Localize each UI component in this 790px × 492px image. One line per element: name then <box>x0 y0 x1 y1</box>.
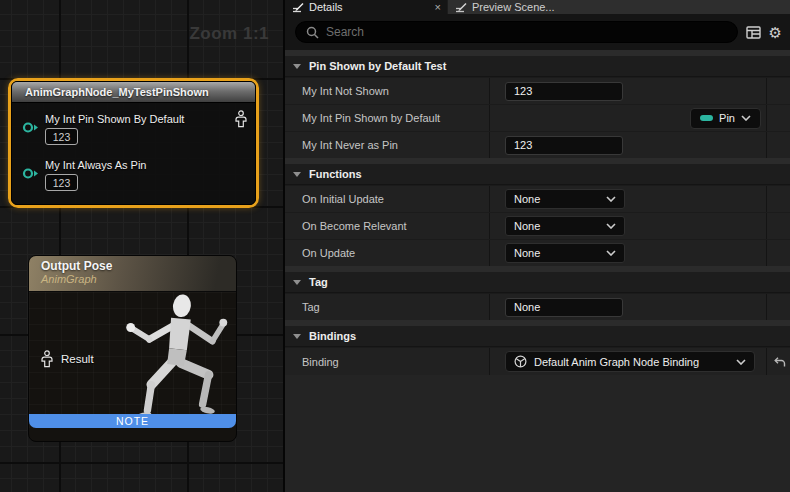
category-functions[interactable]: Functions <box>285 164 790 185</box>
node-header[interactable]: Output Pose AnimGraph <box>29 256 236 292</box>
pin-row: My Int Pin Shown By Default <box>22 113 184 145</box>
pin-label: My Int Pin Shown By Default <box>45 113 184 125</box>
preview-scene-panel-icon <box>455 2 467 13</box>
pin-label: My Int Always As Pin <box>45 159 146 171</box>
pose-output-pin-icon[interactable] <box>234 110 248 128</box>
property-label: Binding <box>285 348 489 375</box>
chevron-down-icon <box>293 64 301 69</box>
settings-gear-icon[interactable]: ⚙ <box>769 25 782 40</box>
row-my-int-never-as-pin: My Int Never as Pin <box>285 131 790 158</box>
reset-to-default-icon[interactable] <box>772 356 786 368</box>
category-bindings[interactable]: Bindings <box>285 326 790 347</box>
node-title: Output Pose <box>41 259 236 273</box>
search-box[interactable] <box>295 21 738 43</box>
chevron-down-icon <box>293 280 301 285</box>
chevron-down-icon <box>293 172 301 177</box>
chevron-down-icon <box>741 115 751 121</box>
chevron-down-icon <box>293 334 301 339</box>
chevron-down-icon <box>606 196 616 202</box>
tag-input[interactable] <box>505 298 623 317</box>
row-on-update: On Update None <box>285 239 790 266</box>
on-initial-update-dropdown[interactable]: None <box>505 189 625 209</box>
binding-icon <box>514 355 527 368</box>
details-panel: Details × Preview Scene... <box>285 0 790 492</box>
pin-row: My Int Always As Pin <box>22 159 146 191</box>
property-label: On Update <box>285 240 489 266</box>
my-int-not-shown-input[interactable] <box>505 82 623 101</box>
category-pin-shown-by-default-test[interactable]: Pin Shown by Default Test <box>285 56 790 77</box>
details-panel-icon <box>292 2 304 13</box>
chevron-down-icon <box>606 250 616 256</box>
note-banner[interactable]: NOTE <box>29 414 236 428</box>
anim-graph-test-node-body: AnimGraphNode_MyTestPinShown My Int Pin … <box>11 81 256 205</box>
mannequin-preview-image <box>117 294 235 427</box>
int-pin-icon[interactable] <box>22 167 39 180</box>
property-label: My Int Pin Shown by Default <box>285 105 489 131</box>
my-int-never-as-pin-input[interactable] <box>505 136 623 155</box>
pin-value-input[interactable] <box>45 174 78 191</box>
editor-window: Zoom 1:1 AnimGraphNode_MyTestPinShown My… <box>0 0 790 492</box>
tab-bar: Details × Preview Scene... <box>285 0 790 14</box>
property-label: Tag <box>285 294 489 320</box>
close-icon[interactable]: × <box>435 2 441 13</box>
row-tag: Tag <box>285 293 790 320</box>
result-pin-label: Result <box>61 353 94 365</box>
search-icon <box>306 26 319 39</box>
graph-canvas[interactable]: Zoom 1:1 AnimGraphNode_MyTestPinShown My… <box>0 0 283 492</box>
row-binding: Binding Default Anim Graph Node Binding <box>285 347 790 375</box>
node-body: Result NOTE <box>29 292 236 428</box>
int-pin-icon[interactable] <box>22 121 39 134</box>
tab-details[interactable]: Details × <box>285 0 447 14</box>
property-label: On Become Relevant <box>285 213 489 239</box>
output-pose-node[interactable]: Output Pose AnimGraph <box>28 255 237 442</box>
display-filter-icon[interactable] <box>746 26 761 39</box>
search-toolbar: ⚙ <box>285 14 790 50</box>
category-tag[interactable]: Tag <box>285 272 790 293</box>
node-title: AnimGraphNode_MyTestPinShown <box>25 86 209 98</box>
row-on-initial-update: On Initial Update None <box>285 185 790 212</box>
row-my-int-pin-shown-by-default: My Int Pin Shown by Default Pin <box>285 104 790 131</box>
row-my-int-not-shown: My Int Not Shown <box>285 77 790 104</box>
pin-mode-dropdown[interactable]: Pin <box>690 108 761 129</box>
row-on-become-relevant: On Become Relevant None <box>285 212 790 239</box>
result-pin[interactable]: Result <box>40 350 94 368</box>
on-become-relevant-dropdown[interactable]: None <box>505 216 625 236</box>
pose-input-pin-icon <box>40 350 54 368</box>
property-label: My Int Not Shown <box>285 78 489 104</box>
pin-value-input[interactable] <box>45 128 78 145</box>
on-update-dropdown[interactable]: None <box>505 243 625 263</box>
chevron-down-icon <box>736 359 746 365</box>
node-header[interactable]: AnimGraphNode_MyTestPinShown <box>12 82 255 103</box>
property-label: On Initial Update <box>285 186 489 212</box>
node-subtitle: AnimGraph <box>41 273 236 285</box>
pin-type-icon <box>700 115 713 121</box>
tab-preview-scene[interactable]: Preview Scene... <box>447 0 790 14</box>
tab-label: Details <box>309 1 343 13</box>
binding-dropdown[interactable]: Default Anim Graph Node Binding <box>505 351 755 372</box>
search-input[interactable] <box>326 25 727 39</box>
property-label: My Int Never as Pin <box>285 132 489 158</box>
chevron-down-icon <box>606 223 616 229</box>
property-list: Pin Shown by Default Test My Int Not Sho… <box>285 50 790 492</box>
zoom-level-label: Zoom 1:1 <box>189 24 269 44</box>
anim-graph-test-node[interactable]: AnimGraphNode_MyTestPinShown My Int Pin … <box>8 78 259 208</box>
tab-label: Preview Scene... <box>472 1 555 13</box>
